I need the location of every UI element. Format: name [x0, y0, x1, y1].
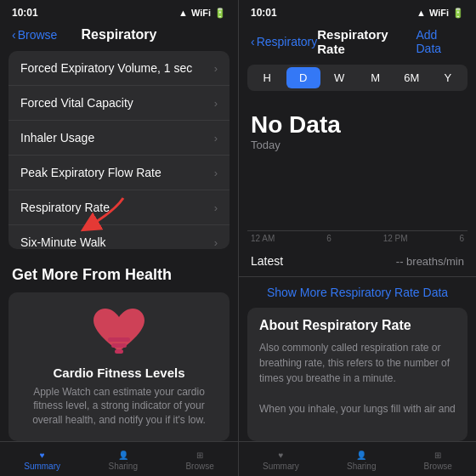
battery-icon-right: 🔋 [452, 8, 464, 19]
status-bar-left: 10:01 ▲ WiFi 🔋 [0, 0, 238, 22]
no-data-subtitle: Today [251, 139, 464, 151]
no-data-title: No Data [251, 111, 464, 139]
tab-sharing-right[interactable]: 👤 Sharing [347, 450, 376, 471]
signal-icon-right: ▲ [416, 8, 426, 18]
tab-browse-right[interactable]: ⊞ Browse [424, 450, 452, 471]
nav-header-left: ‹ Browse Respiratory [0, 22, 238, 51]
heart-graphic [85, 306, 153, 357]
filter-d[interactable]: D [286, 67, 321, 88]
filter-h[interactable]: H [250, 67, 285, 88]
chevron-left-icon-right: ‹ [251, 35, 255, 48]
filter-6m[interactable]: 6M [394, 67, 429, 88]
bottom-tabs-right: ♥ Summary 👤 Sharing ⊞ Browse [239, 441, 476, 476]
list-item-respiratory-rate[interactable]: Respiratory Rate › [8, 190, 230, 225]
list-item[interactable]: Peak Expiratory Flow Rate › [8, 156, 230, 190]
svg-rect-1 [111, 343, 127, 348]
tab-sharing-left[interactable]: 👤 Sharing [108, 450, 137, 471]
tab-summary-left[interactable]: ♥ Summary [24, 450, 60, 471]
filter-w[interactable]: W [322, 67, 357, 88]
chart-labels: 12 AM 6 12 PM 6 [239, 231, 476, 246]
browse-tab-icon: ⊞ [196, 450, 203, 460]
no-data-section: No Data Today [239, 103, 476, 163]
filter-m[interactable]: M [359, 67, 394, 88]
about-title: About Respiratory Rate [259, 318, 456, 333]
heart-tab-icon: ♥ [40, 450, 45, 460]
add-data-button[interactable]: Add Data [416, 28, 464, 55]
list-item[interactable]: Forced Vital Capacity › [8, 86, 230, 121]
show-more-button[interactable]: Show More Respiratory Rate Data [239, 277, 476, 308]
latest-label: Latest [251, 254, 283, 268]
tab-browse-left[interactable]: ⊞ Browse [185, 450, 213, 471]
about-text: Also commonly called respiration rate or… [259, 340, 456, 416]
list-item[interactable]: Six-Minute Walk › [8, 225, 230, 249]
latest-row: Latest -- breaths/min [239, 246, 476, 277]
respiratory-list: Forced Expiratory Volume, 1 sec › Forced… [8, 51, 230, 249]
chevron-right-icon: › [214, 167, 218, 179]
about-section: About Respiratory Rate Also commonly cal… [247, 308, 468, 441]
bottom-tabs-left: ♥ Summary 👤 Sharing ⊞ Browse [0, 441, 238, 476]
status-bar-right: 10:01 ▲ WiFi 🔋 [239, 0, 476, 22]
time-right: 10:01 [251, 7, 277, 19]
promo-desc: Apple Watch can estimate your cardio fit… [20, 385, 218, 428]
sharing-tab-icon-right: 👤 [356, 450, 366, 460]
battery-icon: 🔋 [214, 8, 226, 19]
time-filter-bar: H D W M 6M Y [247, 65, 468, 91]
page-title-left: Respiratory [82, 27, 157, 42]
chevron-left-icon: ‹ [12, 28, 16, 42]
sharing-tab-icon: 👤 [118, 450, 128, 460]
tab-summary-right[interactable]: ♥ Summary [263, 450, 299, 471]
right-panel: 10:01 ▲ WiFi 🔋 ‹ Respiratory Respiratory… [238, 0, 476, 476]
promo-title: Cardio Fitness Levels [53, 366, 184, 380]
wifi-icon-right: WiFi [429, 8, 449, 18]
promo-card: Cardio Fitness Levels Apple Watch can es… [8, 292, 230, 441]
svg-rect-2 [115, 349, 123, 354]
time-left: 10:01 [12, 7, 38, 19]
chevron-right-icon: › [214, 97, 218, 110]
browse-tab-icon-right: ⊞ [434, 450, 441, 460]
chart-area [247, 163, 468, 231]
list-item[interactable]: Inhaler Usage › [8, 121, 230, 156]
list-item[interactable]: Forced Expiratory Volume, 1 sec › [8, 51, 230, 86]
nav-header-right: ‹ Respiratory Respiratory Rate Add Data [239, 22, 476, 65]
signal-icon: ▲ [178, 8, 188, 18]
back-button-right[interactable]: ‹ Respiratory [251, 35, 317, 48]
svg-rect-0 [108, 337, 130, 342]
wifi-icon: WiFi [191, 8, 211, 18]
status-icons-left: ▲ WiFi 🔋 [178, 8, 226, 19]
latest-value: -- breaths/min [396, 255, 464, 268]
heart-tab-icon-right: ♥ [278, 450, 283, 460]
chevron-right-icon: › [214, 62, 218, 75]
page-title-right: Respiratory Rate [317, 27, 416, 56]
left-panel: 10:01 ▲ WiFi 🔋 ‹ Browse Respiratory Forc… [0, 0, 238, 476]
back-button-left[interactable]: ‹ Browse [12, 28, 57, 42]
section-header: Get More From Health [0, 259, 238, 292]
status-icons-right: ▲ WiFi 🔋 [416, 8, 464, 19]
chevron-right-icon: › [214, 236, 218, 249]
filter-y[interactable]: Y [431, 67, 466, 88]
chevron-right-icon: › [214, 132, 218, 144]
chevron-right-icon: › [214, 201, 218, 214]
